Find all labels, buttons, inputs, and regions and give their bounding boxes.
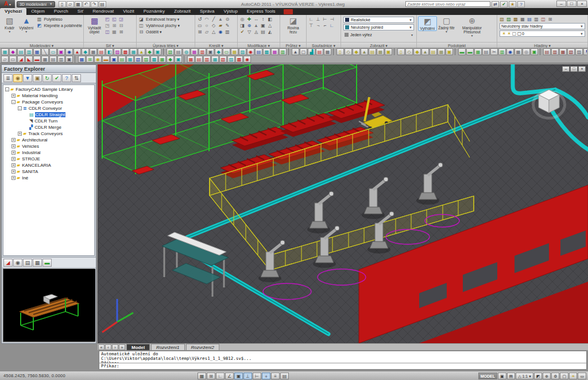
vytrideni-button[interactable]: ◩ Vytřídění [418, 16, 437, 31]
toolbar-icon[interactable]: ◆ [413, 48, 421, 55]
tree-expander[interactable]: - [5, 87, 9, 91]
search-icon[interactable]: ◉ [13, 74, 22, 82]
component-preview[interactable] [3, 268, 95, 342]
toolbar-icon[interactable]: ▩ [150, 56, 158, 63]
presspull-button[interactable]: ◩ Klepněte a potáhněte [36, 22, 82, 29]
tree-view-icon[interactable]: ≣ [3, 74, 13, 82]
toolbar-icon[interactable]: ▲ [361, 48, 368, 55]
panel-label[interactable]: Souřadnice ▾ [307, 42, 341, 48]
toolbar-icon[interactable]: ▨ [227, 56, 235, 63]
modify-tool-icon[interactable]: ◬ [253, 29, 260, 35]
panel-label[interactable]: Modifikace ▾ [238, 42, 280, 48]
last-layout-button[interactable]: » [119, 344, 125, 350]
command-window[interactable]: Automatické uložení doC:\Users\Viktor\ap… [99, 351, 587, 370]
toolbar-icon[interactable]: ▲ [421, 48, 429, 55]
toolbar-icon[interactable]: ▟ [308, 48, 315, 55]
ortho-toggle[interactable]: ∟ [216, 373, 225, 379]
toolbar-icon[interactable]: ▧ [167, 48, 174, 55]
grid-toggle[interactable]: ⊞ [207, 373, 215, 379]
layer-display-icon[interactable]: ◢ [3, 259, 13, 267]
toolbar-icon[interactable]: ◉ [247, 48, 254, 55]
tree-item[interactable]: + ▰ KANCELARIA [3, 162, 94, 168]
draw-tool-icon[interactable]: ✎ [224, 22, 231, 29]
help-icon[interactable]: ? [62, 74, 71, 82]
panel-label[interactable]: Modelování ▾ [0, 42, 83, 48]
toolbar-icon[interactable]: ▦ [474, 48, 482, 55]
toolbar-icon[interactable] [163, 48, 165, 55]
draw-tool-icon[interactable]: ▲ [217, 16, 224, 22]
modify-tool-icon[interactable]: ✚ [246, 16, 253, 22]
visual-style-dropdown[interactable]: Realistické ▼ [343, 17, 414, 23]
toolbar-icon[interactable]: ▤ [316, 48, 323, 55]
print-icon[interactable]: ▦ [33, 259, 42, 267]
toolbar-icon[interactable]: ◉ [506, 48, 514, 55]
ucs-tool-icon[interactable]: ⌐ [322, 22, 328, 29]
tree-item[interactable]: - ▰ Package Conveyors [3, 99, 94, 105]
maximize-button[interactable]: □ [567, 1, 577, 7]
toolbar-icon[interactable]: ▤ [195, 56, 203, 63]
toolbar-icon[interactable]: ▤ [430, 48, 437, 55]
ribbon-tab[interactable]: Správa [195, 8, 219, 15]
draw-tool-icon[interactable]: ◠ [203, 16, 210, 22]
toolbar-icon[interactable]: ▣ [385, 48, 392, 55]
toolbar-icon[interactable]: ▣ [110, 56, 118, 63]
toolbar-icon[interactable]: ▦ [211, 56, 219, 63]
toolbar-icon[interactable]: ▦ [187, 56, 195, 63]
toolbar-icon[interactable]: ⚑ [583, 48, 587, 55]
mesh-tool-icon[interactable]: ◰ [104, 16, 111, 22]
toolbar-icon[interactable]: ◆ [82, 48, 89, 55]
prev-layout-button[interactable]: ‹ [105, 344, 111, 350]
draw-tool-icon[interactable]: ▭ [196, 22, 203, 29]
toolbar-icon[interactable]: ▦ [126, 56, 134, 63]
quick-view-layouts-icon[interactable]: ▣ [498, 373, 506, 379]
toolbar-icon[interactable]: ▦ [438, 48, 445, 55]
toolbar-icon[interactable]: ◆ [167, 56, 174, 63]
mesh-tool-icon[interactable]: ⊠ [118, 29, 125, 35]
snapshot-icon[interactable]: ▣ [33, 74, 42, 82]
layer-tool-icon[interactable]: ⊞ [547, 16, 554, 22]
modify-tool-icon[interactable]: △ [266, 22, 273, 29]
modify-tool-icon[interactable]: ▽ [246, 29, 253, 35]
ribbon-tab[interactable]: Síť [73, 8, 88, 15]
layer-state-dropdown[interactable]: Neuložený stav hladiny ▼ [500, 23, 585, 29]
toolbar-icon[interactable]: ▧ [134, 56, 142, 63]
draw-tool-icon[interactable]: ↺ [196, 16, 203, 22]
layer-tool-icon[interactable]: ▤ [526, 16, 533, 22]
toolbar-icon[interactable]: ▦ [33, 48, 41, 55]
toolbar-icon[interactable]: ▣ [65, 56, 73, 63]
mesh-tool-icon[interactable]: ◫ [104, 29, 111, 35]
toolbar-icon[interactable]: ▦ [41, 56, 49, 63]
ucs-tool-icon[interactable]: ¬ [315, 22, 322, 29]
toolbar-icon[interactable]: ▤ [543, 48, 551, 55]
tree-item[interactable]: ▞ CDLR Merge [3, 124, 94, 130]
toolbar-icon[interactable]: ▦ [271, 48, 278, 55]
toolbar-icon[interactable]: ▨ [239, 48, 246, 55]
modify-tool-icon[interactable]: ▲ [253, 22, 260, 29]
clean-screen-icon[interactable]: ▭ [578, 373, 586, 379]
ucs-tool-icon[interactable]: ∟ [308, 16, 315, 22]
toolbar-icon[interactable]: ▬ [466, 48, 474, 55]
toolbar-icon[interactable]: ▣ [154, 48, 161, 55]
redo-icon[interactable]: ↷ [91, 1, 98, 7]
toolbar-icon[interactable] [288, 48, 290, 55]
rovina-rezu-button[interactable]: ◪ Rovina řezu [284, 16, 303, 34]
layer-tool-icon[interactable]: ◫ [540, 16, 547, 22]
ribbon-tab[interactable]: Poznámky [139, 8, 169, 15]
tree-item[interactable]: + ▰ Industrial [3, 149, 94, 156]
modify-tool-icon[interactable]: ▤ [260, 29, 266, 35]
tree-expander[interactable]: + [11, 151, 16, 155]
tree-expander[interactable] [24, 113, 28, 117]
views-icon[interactable]: ▤ [23, 259, 32, 267]
toolbar-icon[interactable] [455, 48, 457, 55]
vytazeni-button[interactable]: ▲ Vytažení ▼ [18, 16, 34, 34]
mesh-tool-icon[interactable]: ◲ [118, 16, 125, 22]
toolbar-icon[interactable]: ▣ [531, 48, 538, 55]
otrack-toggle[interactable]: ⊥ [243, 373, 252, 379]
draw-tool-icon[interactable]: ○ [203, 22, 210, 29]
mesh-tool-icon[interactable]: ⊟ [118, 22, 125, 29]
toolbar-icon[interactable]: ◢ [17, 56, 25, 63]
modify-tool-icon[interactable]: ✔ [239, 29, 246, 35]
panel-label[interactable]: Úprava těles ▾ [137, 42, 195, 48]
toolbar-icon[interactable]: ▤ [98, 48, 105, 55]
layer-tool-icon[interactable]: ▩ [512, 16, 519, 22]
